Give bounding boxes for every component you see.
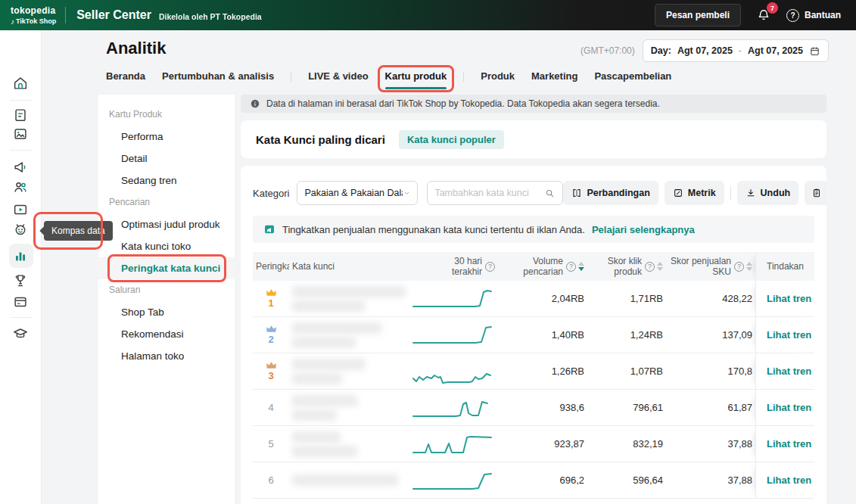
analytics-tabs: Beranda Pertumbuhan & analisis LIVE & vi…: [106, 70, 671, 83]
date-separator: -: [739, 45, 742, 56]
buyer-messages-button[interactable]: Pesan pembeli: [655, 4, 741, 26]
help-icon[interactable]: ?: [485, 262, 495, 272]
academy-icon[interactable]: [12, 325, 29, 342]
rail-divider: [10, 100, 32, 101]
view-trend-link[interactable]: Lihat tren: [767, 402, 811, 413]
video-icon[interactable]: [12, 201, 29, 218]
tab-kartu-produk[interactable]: Kartu produk: [385, 70, 447, 83]
trend-sparkline: [409, 286, 498, 312]
sort-control[interactable]: [657, 262, 663, 271]
table-row: 1 2,04RB 1,71RB 428,22 Lihat tren: [253, 281, 814, 317]
orders-icon[interactable]: [12, 107, 29, 123]
affiliate-icon[interactable]: [12, 179, 29, 195]
search-volume-value: 2,04RB: [498, 293, 587, 304]
brand-logos[interactable]: tokopedia ♪ TikTok Shop: [0, 5, 65, 26]
subnav-item-rekomendasi[interactable]: Rekomendasi: [98, 323, 235, 345]
col-peringkat: Peringkat: [253, 261, 289, 272]
tab-pascapembelian[interactable]: Pascapembelian: [594, 70, 671, 83]
sort-control[interactable]: [578, 262, 584, 271]
view-trend-link[interactable]: Lihat tren: [767, 474, 811, 486]
date-range-picker[interactable]: Day: Agt 07, 2025 - Agt 07, 2025: [643, 39, 829, 62]
tooltip-kompas-data: Kompas data: [44, 221, 113, 241]
tab-beranda[interactable]: Beranda: [106, 70, 145, 83]
keyword-search-input[interactable]: [434, 188, 544, 198]
sku-sales-score-value: 37,88: [666, 438, 755, 450]
redacted-keyword-block: [292, 474, 398, 486]
redacted-keyword-block: [292, 373, 342, 384]
product-click-score-value: 796,61: [587, 402, 666, 413]
top-bar: tokopedia ♪ TikTok Shop Seller Center Di…: [0, 0, 856, 30]
timezone-label: (GMT+07:00): [581, 45, 635, 56]
redacted-keyword-block: [292, 446, 357, 457]
subnav-item-optimasi-judul-produk[interactable]: Optimasi judul produk: [98, 213, 235, 235]
download-button[interactable]: Unduh: [737, 181, 799, 205]
keyword-cell-redacted: [289, 395, 409, 421]
rank-cell: 6: [253, 474, 289, 486]
action-cell: Lihat tren: [755, 462, 814, 498]
rank-cell: 1: [253, 288, 289, 309]
products-icon[interactable]: [12, 126, 29, 142]
subnav-item-kata-kunci-toko[interactable]: Kata kunci toko: [98, 235, 235, 257]
keyword-cell-redacted: [289, 359, 409, 384]
action-cell: Lihat tren: [755, 281, 814, 316]
marketing-icon[interactable]: [12, 159, 29, 176]
info-banner-text: Data di halaman ini berasal dari TikTok …: [266, 98, 660, 109]
tab-pertumbuhan-analisis[interactable]: Pertumbuhan & analisis: [162, 70, 274, 83]
view-trend-link[interactable]: Lihat tren: [767, 329, 811, 341]
redacted-keyword-block: [292, 409, 336, 421]
growth-icon[interactable]: [12, 272, 29, 289]
sort-control[interactable]: [746, 262, 752, 271]
view-trend-link[interactable]: Lihat tren: [767, 293, 811, 304]
view-trend-link[interactable]: Lihat tren: [767, 366, 811, 377]
search-volume-value: 696,2: [498, 474, 587, 486]
rank-cell: 2: [253, 325, 289, 345]
date-start: Agt 07, 2025: [677, 45, 733, 56]
table-row: 2 1,40RB 1,24RB 137,09 Lihat tren: [253, 317, 814, 353]
tiktok-shop-logo: ♪ TikTok Shop: [11, 17, 56, 26]
home-icon[interactable]: [12, 75, 29, 92]
trend-sparkline: [409, 468, 498, 493]
metric-button[interactable]: Metrik: [665, 181, 724, 205]
tab-produk[interactable]: Produk: [481, 70, 515, 83]
subnav-item-sedang-tren[interactable]: Sedang tren: [98, 170, 235, 191]
view-trend-link[interactable]: Lihat tren: [767, 438, 811, 450]
search-icon[interactable]: [544, 188, 556, 199]
sku-sales-score-value: 137,09: [666, 329, 755, 341]
subnav-item-performa[interactable]: Performa: [98, 126, 235, 148]
sku-sales-score-value: 428,22: [666, 293, 755, 304]
help-button[interactable]: ? Bantuan: [786, 9, 841, 22]
product-click-score-value: 1,71RB: [587, 293, 666, 304]
help-icon[interactable]: ?: [734, 262, 744, 272]
learn-more-link[interactable]: Pelajari selengkapnya: [592, 224, 695, 235]
trend-sparkline: [409, 395, 498, 421]
edit-metric-icon: [673, 188, 683, 198]
data-compass-icon[interactable]: [12, 247, 29, 264]
category-select[interactable]: Pakaian & Pakaian Dala...: [297, 181, 418, 205]
subnav-item-detail[interactable]: Detail: [98, 148, 235, 170]
help-icon[interactable]: ?: [566, 262, 576, 272]
col-30-hari: 30 hari terakhir ?: [409, 256, 498, 277]
help-icon[interactable]: ?: [645, 262, 655, 272]
notifications-button[interactable]: 7: [756, 8, 771, 23]
calendar-icon: [809, 45, 820, 57]
finance-icon[interactable]: [12, 294, 29, 310]
assistant-icon[interactable]: [12, 221, 29, 238]
tab-marketing[interactable]: Marketing: [531, 70, 577, 83]
logo-divider: [65, 7, 66, 23]
card-title: Kata Kunci paling dicari: [256, 133, 385, 146]
subnav-item-peringkat-kata-kunci[interactable]: Peringkat kata kunci: [98, 257, 235, 279]
rank-number: 5: [268, 438, 273, 450]
popular-keywords-badge[interactable]: Kata kunci populer: [399, 130, 504, 149]
active-tab-underline: [385, 87, 447, 89]
compare-button[interactable]: Perbandingan: [563, 181, 658, 205]
table-row: 5 923,87 832,19 37,88 Lihat tren: [253, 426, 814, 462]
table-body: 1 2,04RB 1,71RB 428,22 Lihat tren 2 1,40…: [253, 281, 814, 499]
subnav-item-halaman-toko[interactable]: Halaman toko: [98, 345, 235, 367]
report-list-button[interactable]: [805, 181, 826, 205]
action-cell: Lihat tren: [755, 317, 814, 353]
subnav-item-shop-tab[interactable]: Shop Tab: [98, 301, 235, 323]
tab-live-video[interactable]: LIVE & video: [308, 70, 368, 83]
col-skor-klik-produk: Skor klik produk ?: [587, 256, 666, 277]
table-header: Peringkat Kata kunci 30 hari terakhir ? …: [253, 252, 814, 281]
music-note-icon: ♪: [11, 17, 14, 26]
